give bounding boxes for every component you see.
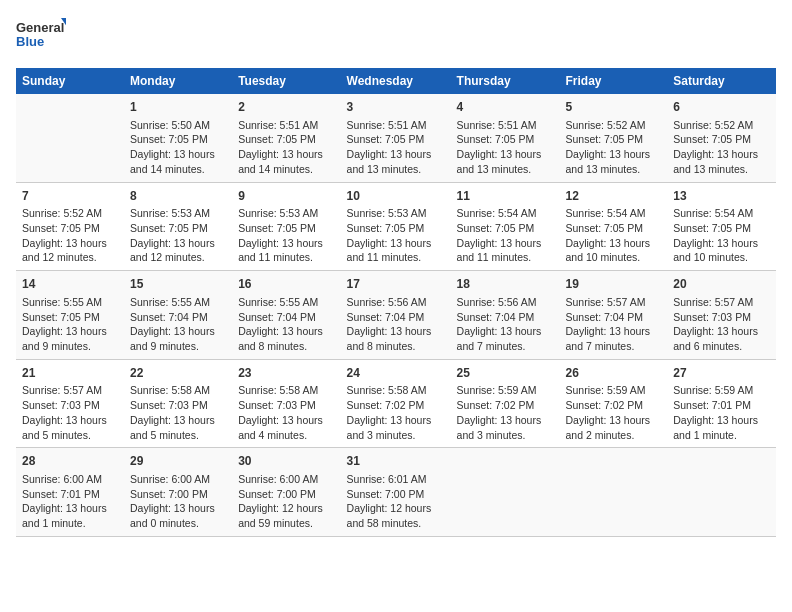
calendar-cell: 13Sunrise: 5:54 AMSunset: 7:05 PMDayligh… bbox=[667, 182, 776, 271]
cell-sun-info: Sunrise: 6:00 AMSunset: 7:01 PMDaylight:… bbox=[22, 472, 118, 531]
cell-sun-info: Sunrise: 5:58 AMSunset: 7:02 PMDaylight:… bbox=[347, 383, 445, 442]
cell-sun-info: Sunrise: 5:57 AMSunset: 7:03 PMDaylight:… bbox=[673, 295, 770, 354]
day-number: 8 bbox=[130, 188, 226, 205]
cell-sun-info: Sunrise: 5:51 AMSunset: 7:05 PMDaylight:… bbox=[238, 118, 334, 177]
day-number: 3 bbox=[347, 99, 445, 116]
cell-sun-info: Sunrise: 5:53 AMSunset: 7:05 PMDaylight:… bbox=[130, 206, 226, 265]
calendar-cell: 28Sunrise: 6:00 AMSunset: 7:01 PMDayligh… bbox=[16, 448, 124, 537]
calendar-cell: 19Sunrise: 5:57 AMSunset: 7:04 PMDayligh… bbox=[559, 271, 667, 360]
calendar-header-row: SundayMondayTuesdayWednesdayThursdayFrid… bbox=[16, 68, 776, 94]
day-number: 12 bbox=[565, 188, 661, 205]
day-number: 22 bbox=[130, 365, 226, 382]
calendar-cell: 26Sunrise: 5:59 AMSunset: 7:02 PMDayligh… bbox=[559, 359, 667, 448]
cell-sun-info: Sunrise: 5:54 AMSunset: 7:05 PMDaylight:… bbox=[673, 206, 770, 265]
calendar-cell: 11Sunrise: 5:54 AMSunset: 7:05 PMDayligh… bbox=[451, 182, 560, 271]
col-header-thursday: Thursday bbox=[451, 68, 560, 94]
col-header-monday: Monday bbox=[124, 68, 232, 94]
calendar-cell: 2Sunrise: 5:51 AMSunset: 7:05 PMDaylight… bbox=[232, 94, 340, 182]
calendar-cell: 27Sunrise: 5:59 AMSunset: 7:01 PMDayligh… bbox=[667, 359, 776, 448]
day-number: 28 bbox=[22, 453, 118, 470]
day-number: 4 bbox=[457, 99, 554, 116]
calendar-cell: 17Sunrise: 5:56 AMSunset: 7:04 PMDayligh… bbox=[341, 271, 451, 360]
day-number: 9 bbox=[238, 188, 334, 205]
col-header-wednesday: Wednesday bbox=[341, 68, 451, 94]
cell-sun-info: Sunrise: 5:52 AMSunset: 7:05 PMDaylight:… bbox=[22, 206, 118, 265]
calendar-cell: 22Sunrise: 5:58 AMSunset: 7:03 PMDayligh… bbox=[124, 359, 232, 448]
cell-sun-info: Sunrise: 5:50 AMSunset: 7:05 PMDaylight:… bbox=[130, 118, 226, 177]
calendar-cell: 6Sunrise: 5:52 AMSunset: 7:05 PMDaylight… bbox=[667, 94, 776, 182]
cell-sun-info: Sunrise: 5:57 AMSunset: 7:03 PMDaylight:… bbox=[22, 383, 118, 442]
calendar-cell: 16Sunrise: 5:55 AMSunset: 7:04 PMDayligh… bbox=[232, 271, 340, 360]
day-number: 19 bbox=[565, 276, 661, 293]
cell-sun-info: Sunrise: 5:51 AMSunset: 7:05 PMDaylight:… bbox=[457, 118, 554, 177]
cell-sun-info: Sunrise: 5:55 AMSunset: 7:05 PMDaylight:… bbox=[22, 295, 118, 354]
day-number: 11 bbox=[457, 188, 554, 205]
calendar-cell: 20Sunrise: 5:57 AMSunset: 7:03 PMDayligh… bbox=[667, 271, 776, 360]
calendar-week-row: 14Sunrise: 5:55 AMSunset: 7:05 PMDayligh… bbox=[16, 271, 776, 360]
day-number: 27 bbox=[673, 365, 770, 382]
cell-sun-info: Sunrise: 5:56 AMSunset: 7:04 PMDaylight:… bbox=[457, 295, 554, 354]
calendar-cell: 9Sunrise: 5:53 AMSunset: 7:05 PMDaylight… bbox=[232, 182, 340, 271]
day-number: 31 bbox=[347, 453, 445, 470]
day-number: 24 bbox=[347, 365, 445, 382]
calendar-cell bbox=[559, 448, 667, 537]
day-number: 23 bbox=[238, 365, 334, 382]
calendar-cell: 1Sunrise: 5:50 AMSunset: 7:05 PMDaylight… bbox=[124, 94, 232, 182]
cell-sun-info: Sunrise: 5:54 AMSunset: 7:05 PMDaylight:… bbox=[457, 206, 554, 265]
calendar-week-row: 1Sunrise: 5:50 AMSunset: 7:05 PMDaylight… bbox=[16, 94, 776, 182]
calendar-week-row: 28Sunrise: 6:00 AMSunset: 7:01 PMDayligh… bbox=[16, 448, 776, 537]
day-number: 30 bbox=[238, 453, 334, 470]
day-number: 15 bbox=[130, 276, 226, 293]
calendar-cell: 4Sunrise: 5:51 AMSunset: 7:05 PMDaylight… bbox=[451, 94, 560, 182]
cell-sun-info: Sunrise: 6:01 AMSunset: 7:00 PMDaylight:… bbox=[347, 472, 445, 531]
col-header-friday: Friday bbox=[559, 68, 667, 94]
day-number: 7 bbox=[22, 188, 118, 205]
logo-svg: General Blue bbox=[16, 16, 66, 56]
day-number: 16 bbox=[238, 276, 334, 293]
svg-text:Blue: Blue bbox=[16, 34, 44, 49]
calendar-cell: 5Sunrise: 5:52 AMSunset: 7:05 PMDaylight… bbox=[559, 94, 667, 182]
day-number: 1 bbox=[130, 99, 226, 116]
calendar-cell bbox=[16, 94, 124, 182]
calendar-cell: 24Sunrise: 5:58 AMSunset: 7:02 PMDayligh… bbox=[341, 359, 451, 448]
cell-sun-info: Sunrise: 5:52 AMSunset: 7:05 PMDaylight:… bbox=[673, 118, 770, 177]
col-header-saturday: Saturday bbox=[667, 68, 776, 94]
day-number: 13 bbox=[673, 188, 770, 205]
day-number: 10 bbox=[347, 188, 445, 205]
calendar-cell: 3Sunrise: 5:51 AMSunset: 7:05 PMDaylight… bbox=[341, 94, 451, 182]
calendar-cell: 30Sunrise: 6:00 AMSunset: 7:00 PMDayligh… bbox=[232, 448, 340, 537]
cell-sun-info: Sunrise: 5:55 AMSunset: 7:04 PMDaylight:… bbox=[130, 295, 226, 354]
calendar-week-row: 7Sunrise: 5:52 AMSunset: 7:05 PMDaylight… bbox=[16, 182, 776, 271]
calendar-cell: 23Sunrise: 5:58 AMSunset: 7:03 PMDayligh… bbox=[232, 359, 340, 448]
calendar-cell: 31Sunrise: 6:01 AMSunset: 7:00 PMDayligh… bbox=[341, 448, 451, 537]
calendar-cell: 18Sunrise: 5:56 AMSunset: 7:04 PMDayligh… bbox=[451, 271, 560, 360]
calendar-table: SundayMondayTuesdayWednesdayThursdayFrid… bbox=[16, 68, 776, 537]
cell-sun-info: Sunrise: 5:52 AMSunset: 7:05 PMDaylight:… bbox=[565, 118, 661, 177]
svg-text:General: General bbox=[16, 20, 64, 35]
day-number: 29 bbox=[130, 453, 226, 470]
day-number: 2 bbox=[238, 99, 334, 116]
calendar-cell: 14Sunrise: 5:55 AMSunset: 7:05 PMDayligh… bbox=[16, 271, 124, 360]
calendar-cell: 7Sunrise: 5:52 AMSunset: 7:05 PMDaylight… bbox=[16, 182, 124, 271]
cell-sun-info: Sunrise: 5:59 AMSunset: 7:01 PMDaylight:… bbox=[673, 383, 770, 442]
day-number: 26 bbox=[565, 365, 661, 382]
day-number: 17 bbox=[347, 276, 445, 293]
col-header-tuesday: Tuesday bbox=[232, 68, 340, 94]
logo: General Blue bbox=[16, 16, 66, 56]
day-number: 25 bbox=[457, 365, 554, 382]
calendar-cell: 25Sunrise: 5:59 AMSunset: 7:02 PMDayligh… bbox=[451, 359, 560, 448]
calendar-cell: 12Sunrise: 5:54 AMSunset: 7:05 PMDayligh… bbox=[559, 182, 667, 271]
calendar-cell: 21Sunrise: 5:57 AMSunset: 7:03 PMDayligh… bbox=[16, 359, 124, 448]
calendar-cell bbox=[451, 448, 560, 537]
day-number: 14 bbox=[22, 276, 118, 293]
col-header-sunday: Sunday bbox=[16, 68, 124, 94]
day-number: 21 bbox=[22, 365, 118, 382]
cell-sun-info: Sunrise: 5:58 AMSunset: 7:03 PMDaylight:… bbox=[238, 383, 334, 442]
cell-sun-info: Sunrise: 6:00 AMSunset: 7:00 PMDaylight:… bbox=[130, 472, 226, 531]
cell-sun-info: Sunrise: 5:58 AMSunset: 7:03 PMDaylight:… bbox=[130, 383, 226, 442]
cell-sun-info: Sunrise: 5:59 AMSunset: 7:02 PMDaylight:… bbox=[457, 383, 554, 442]
day-number: 6 bbox=[673, 99, 770, 116]
calendar-cell: 10Sunrise: 5:53 AMSunset: 7:05 PMDayligh… bbox=[341, 182, 451, 271]
cell-sun-info: Sunrise: 6:00 AMSunset: 7:00 PMDaylight:… bbox=[238, 472, 334, 531]
calendar-cell bbox=[667, 448, 776, 537]
